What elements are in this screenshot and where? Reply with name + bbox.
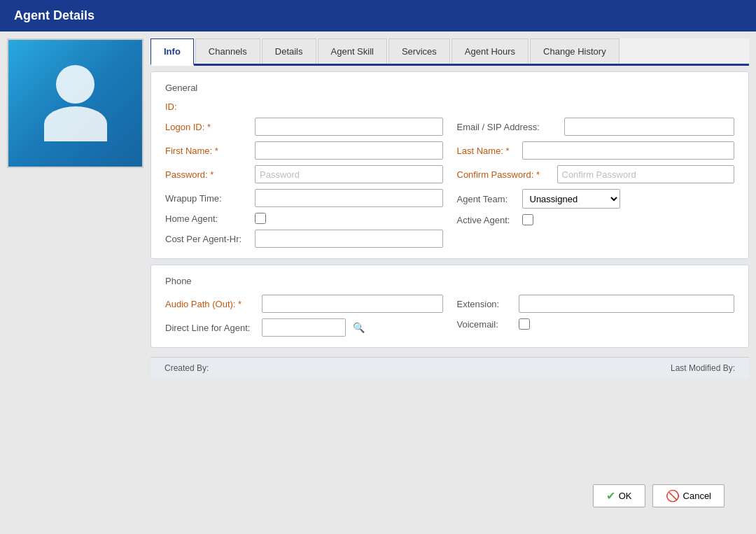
first-name-input[interactable] [255,141,443,160]
home-agent-row: Home Agent: [165,213,443,224]
voicemail-checkbox[interactable] [519,318,530,330]
voicemail-label: Voicemail: [457,319,513,330]
logon-id-label: Logon ID: * [165,122,249,132]
cost-input[interactable] [255,230,443,248]
direct-line-search-button[interactable]: 🔍 [351,322,366,333]
extension-label: Extension: [457,299,513,309]
footer-bar: Created By: Last Modified By: [150,357,749,379]
page-title: Agent Details [14,8,94,22]
tab-details[interactable]: Details [262,38,316,64]
created-by-label: Created By: [164,363,209,373]
wrapup-time-row: Wrapup Time: [165,189,443,207]
password-label: Password: * [165,169,249,180]
email-label: Email / SIP Address: [457,122,559,132]
ok-icon: ✔ [606,489,615,503]
confirm-password-row: Confirm Password: * [457,165,735,183]
last-modified-label: Last Modified By: [671,363,735,373]
agent-team-row: Agent Team: Unassigned [457,189,735,209]
logon-id-input[interactable] [255,118,443,136]
ok-label: OK [619,491,632,501]
phone-section: Phone Audio Path (Out): * Direct Line fo… [150,265,749,348]
tab-agent-skill[interactable]: Agent Skill [318,38,387,64]
audio-path-input[interactable] [262,295,443,313]
tab-services[interactable]: Services [388,38,450,64]
agent-team-label: Agent Team: [457,194,517,204]
email-input[interactable] [564,118,735,136]
tab-agent-hours[interactable]: Agent Hours [451,38,528,64]
cancel-label: Cancel [683,491,711,501]
direct-line-row: Direct Line for Agent: 🔍 [165,318,443,337]
cancel-icon: 🚫 [666,489,680,503]
first-name-label: First Name: * [165,146,249,156]
extension-row: Extension: [457,295,735,313]
active-agent-label: Active Agent: [457,215,517,225]
wrapup-time-input[interactable] [255,189,443,207]
tab-change-history[interactable]: Change History [530,38,620,64]
confirm-password-input[interactable] [557,165,735,183]
active-agent-row: Active Agent: [457,214,735,225]
active-agent-checkbox[interactable] [522,214,533,225]
password-row: Password: * [165,165,443,183]
avatar-body [44,106,107,141]
home-agent-checkbox[interactable] [255,213,266,224]
agent-team-select[interactable]: Unassigned [522,189,620,209]
general-title: General [165,83,734,93]
last-name-label: Last Name: * [457,146,517,156]
confirm-password-label: Confirm Password: * [457,169,552,180]
cancel-button[interactable]: 🚫 Cancel [652,484,724,507]
id-label: ID: [165,101,177,112]
tab-bar: Info Channels Details Agent Skill Servic… [150,38,749,66]
direct-line-label: Direct Line for Agent: [165,323,256,333]
general-section: General ID: Logon ID: * First Name: * [150,71,749,259]
avatar-panel [7,38,144,168]
wrapup-time-label: Wrapup Time: [165,193,249,204]
direct-line-input[interactable] [262,318,346,337]
avatar-head [56,65,94,104]
cost-label: Cost Per Agent-Hr: [165,234,249,244]
voicemail-row: Voicemail: [457,318,735,330]
extension-input[interactable] [519,295,735,313]
password-input[interactable] [255,165,443,183]
tab-channels[interactable]: Channels [195,38,260,64]
title-bar: Agent Details [0,0,756,31]
id-row: ID: [165,101,734,112]
tab-info[interactable]: Info [150,38,194,66]
audio-path-row: Audio Path (Out): * [165,295,443,313]
email-row: Email / SIP Address: [457,118,735,136]
first-name-row: First Name: * [165,141,443,160]
logon-id-row: Logon ID: * [165,118,443,136]
last-name-input[interactable] [522,141,735,160]
audio-path-label: Audio Path (Out): * [165,299,256,309]
home-agent-label: Home Agent: [165,213,249,224]
ok-button[interactable]: ✔ OK [593,484,645,507]
phone-title: Phone [165,276,734,286]
cost-row: Cost Per Agent-Hr: [165,230,443,248]
last-name-row: Last Name: * [457,141,735,160]
